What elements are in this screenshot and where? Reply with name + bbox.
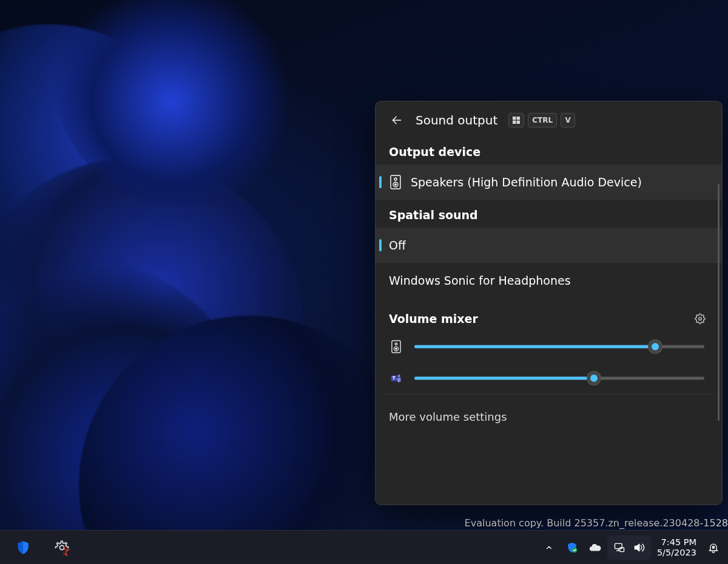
svg-point-8 <box>395 184 397 186</box>
spatial-sound-heading: Spatial sound <box>376 200 722 228</box>
flyout-header: Sound output CTRL V <box>376 101 722 137</box>
volume-slider-teams[interactable] <box>414 371 704 386</box>
spatial-sound-option-wsonic[interactable]: Windows Sonic for Headphones <box>376 263 722 298</box>
mixer-row-teams: T <box>376 362 722 394</box>
svg-text:z: z <box>712 545 715 548</box>
shield-icon <box>15 540 31 556</box>
speaker-device-icon <box>389 175 402 189</box>
tray-network-icon[interactable] <box>610 535 629 560</box>
ethernet-icon <box>613 542 625 554</box>
windows-icon <box>513 117 520 124</box>
flyout-title: Sound output <box>416 113 497 127</box>
tray-onedrive-icon[interactable] <box>584 535 606 560</box>
speaker-device-icon[interactable] <box>389 339 403 354</box>
svg-rect-4 <box>517 121 520 124</box>
shield-check-icon <box>566 542 578 554</box>
taskbar-security-icon[interactable] <box>12 535 34 560</box>
svg-point-11 <box>395 343 397 345</box>
volume-mixer-settings-button[interactable] <box>692 310 709 327</box>
arrow-left-icon <box>391 114 403 126</box>
spatial-sound-label: Off <box>389 239 406 252</box>
kbd-win <box>508 113 524 127</box>
slider-fill <box>414 377 594 380</box>
svg-marker-23 <box>635 544 639 551</box>
taskbar-right: 7:45 PM 5/5/2023 z <box>538 535 724 560</box>
desktop-watermark: Evaluation copy. Build 25357.zn_release.… <box>465 517 728 529</box>
selected-accent-bar <box>379 239 382 251</box>
flyout-body: Output device Speakers (High Definition … <box>376 137 722 505</box>
flyout-scrollbar[interactable] <box>718 184 720 421</box>
output-device-label: Speakers (High Definition Audio Device) <box>411 175 642 189</box>
spatial-sound-option-off[interactable]: Off <box>376 228 722 263</box>
cloud-icon <box>588 541 602 554</box>
spatial-sound-label: Windows Sonic for Headphones <box>389 274 571 287</box>
selected-accent-bar <box>379 176 382 188</box>
svg-rect-1 <box>513 117 516 120</box>
taskbar-settings-gear-icon[interactable] <box>51 535 73 560</box>
svg-point-13 <box>396 348 397 349</box>
mixer-row-system <box>376 331 722 362</box>
taskbar-clock[interactable]: 7:45 PM 5/5/2023 <box>652 537 701 557</box>
svg-point-17 <box>60 545 64 549</box>
kbd-v: V <box>561 113 575 127</box>
volume-mixer-heading: Volume mixer <box>389 312 478 325</box>
taskbar: 7:45 PM 5/5/2023 z <box>0 530 728 564</box>
svg-text:T: T <box>393 376 396 381</box>
volume-slider-system[interactable] <box>414 339 704 354</box>
output-device-heading: Output device <box>376 137 722 165</box>
teams-app-icon[interactable]: T <box>389 371 403 386</box>
chevron-up-icon <box>545 543 553 552</box>
svg-point-6 <box>394 178 397 180</box>
speaker-icon <box>633 542 645 554</box>
volume-mixer-header: Volume mixer <box>376 298 722 331</box>
slider-thumb[interactable] <box>587 372 601 385</box>
clock-date: 5/5/2023 <box>657 548 696 558</box>
more-volume-settings-link[interactable]: More volume settings <box>376 395 722 433</box>
back-button[interactable] <box>386 110 407 131</box>
desktop: Evaluation copy. Build 25357.zn_release.… <box>0 0 728 564</box>
notification-dnd-icon: z <box>707 542 720 554</box>
kbd-ctrl: CTRL <box>528 113 557 127</box>
clock-time: 7:45 PM <box>657 537 696 548</box>
svg-point-16 <box>397 375 400 378</box>
slider-thumb[interactable] <box>649 340 662 353</box>
tray-windows-security-icon[interactable] <box>561 535 583 560</box>
tray-network-volume-group[interactable] <box>607 535 651 560</box>
gear-broken-icon <box>53 539 70 556</box>
taskbar-left <box>4 535 73 560</box>
tray-notifications-button[interactable]: z <box>703 535 724 560</box>
output-device-option[interactable]: Speakers (High Definition Audio Device) <box>376 165 722 200</box>
svg-rect-2 <box>517 117 520 120</box>
keyboard-shortcut: CTRL V <box>508 113 575 127</box>
svg-rect-3 <box>513 121 516 124</box>
slider-fill <box>414 345 655 348</box>
gear-icon <box>695 313 706 324</box>
svg-point-9 <box>699 318 702 321</box>
sound-output-flyout: Sound output CTRL V Output device Speake… <box>375 101 723 505</box>
tray-volume-icon[interactable] <box>629 535 649 560</box>
tray-overflow-button[interactable] <box>538 535 560 560</box>
